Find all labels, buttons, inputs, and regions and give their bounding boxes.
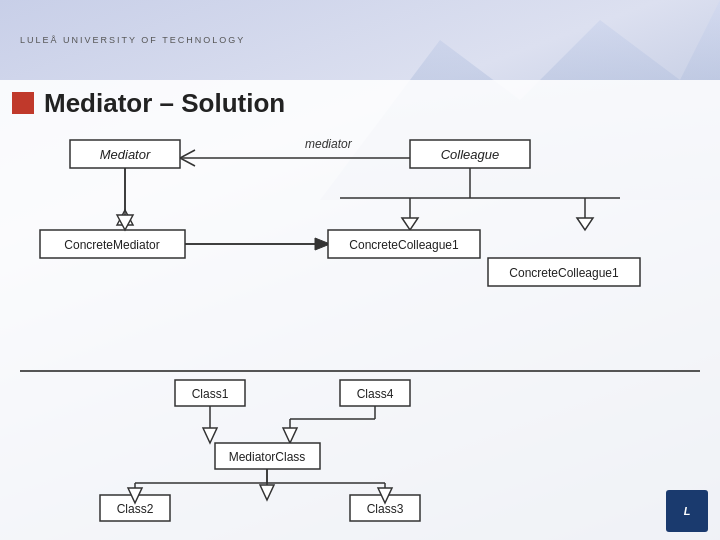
colleague-text: Colleague [441, 147, 500, 162]
header: LULEÅ UNIVERSITY OF TECHNOLOGY [0, 0, 720, 80]
mc-triangle [260, 485, 274, 500]
class1-text: Class1 [192, 387, 229, 401]
cc2-text: ConcreteColleague1 [509, 266, 619, 280]
mediatorclass-text: MediatorClass [229, 450, 306, 464]
university-name: LULEÅ UNIVERSITY OF TECHNOLOGY [20, 35, 245, 45]
cc2-inherit-arrow [577, 218, 593, 230]
class4-text: Class4 [357, 387, 394, 401]
ltu-logo-inner: L [666, 490, 708, 532]
ltu-logo: L [666, 490, 708, 532]
class4-triangle [283, 428, 297, 443]
mediator-text: Mediator [100, 147, 151, 162]
mediator-label: mediator [305, 137, 353, 151]
divider [20, 370, 700, 372]
cc1-text: ConcreteColleague1 [349, 238, 459, 252]
class1-triangle [203, 428, 217, 443]
top-diagram: mediator Mediator Colleague ConcreteMedi… [20, 130, 700, 360]
cc1-inherit-arrow [402, 218, 418, 230]
concrete-mediator-text: ConcreteMediator [64, 238, 159, 252]
slide-title: Mediator – Solution [44, 88, 285, 119]
diagram-svg: mediator Mediator Colleague ConcreteMedi… [20, 130, 700, 360]
red-bullet [12, 92, 34, 114]
bottom-svg: Class1 Class4 MediatorClass Class2 Class… [20, 375, 700, 535]
ltu-logo-text: L [684, 505, 691, 517]
bottom-diagram: Class1 Class4 MediatorClass Class2 Class… [20, 375, 700, 540]
